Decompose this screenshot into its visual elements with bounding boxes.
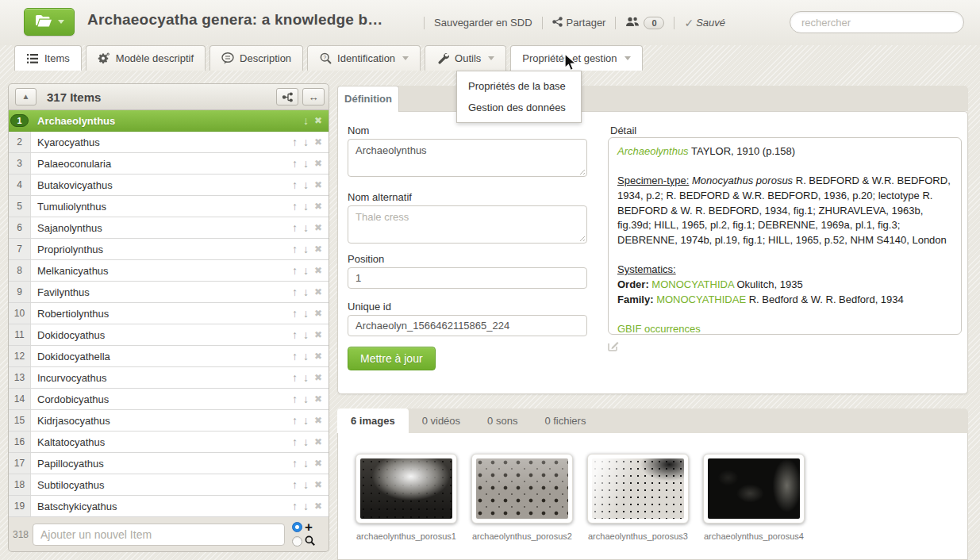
move-up-icon[interactable]: ↑ xyxy=(292,243,298,255)
tab-items[interactable]: Items xyxy=(14,45,82,71)
item-row[interactable]: 44 Butakovicyathus ↑ ↓ ✖ xyxy=(9,175,329,196)
menu-item-gestion-donnees[interactable]: Gestion des données xyxy=(457,97,581,118)
move-up-icon[interactable]: ↑ xyxy=(292,307,298,320)
item-row[interactable]: 1010 Robertiolynthus ↑ ↓ ✖ xyxy=(9,303,329,324)
tab-fichiers[interactable]: 0 fichiers xyxy=(531,408,599,433)
tab-identification[interactable]: ? Identification xyxy=(307,45,421,71)
move-up-icon[interactable]: ↑ xyxy=(292,200,298,213)
delete-item-icon[interactable]: ✖ xyxy=(314,372,322,383)
gbif-occurrences-link[interactable]: GBIF occurrences xyxy=(617,323,701,335)
item-row[interactable]: 11 Archaeolynthus ↑ ↓ ✖ xyxy=(9,110,329,132)
move-down-icon[interactable]: ↓ xyxy=(303,414,309,427)
move-down-icon[interactable]: ↓ xyxy=(303,328,309,341)
move-up-icon[interactable]: ↑ xyxy=(292,157,298,170)
move-down-icon[interactable]: ↓ xyxy=(303,371,309,384)
move-up-icon[interactable]: ↑ xyxy=(292,435,298,448)
delete-item-icon[interactable]: ✖ xyxy=(314,458,322,469)
delete-item-icon[interactable]: ✖ xyxy=(314,179,322,190)
move-down-icon[interactable]: ↓ xyxy=(303,393,309,405)
move-down-icon[interactable]: ↓ xyxy=(303,157,309,170)
tab-description[interactable]: Description xyxy=(209,45,303,71)
taxon-name-link[interactable]: Archaeolynthus xyxy=(617,145,689,157)
add-item-input[interactable] xyxy=(33,524,285,546)
move-down-icon[interactable]: ↓ xyxy=(303,136,309,148)
update-button[interactable]: Mettre à jour xyxy=(348,347,436,370)
folder-menu-button[interactable] xyxy=(24,8,75,36)
delete-item-icon[interactable]: ✖ xyxy=(314,501,322,512)
move-up-icon[interactable]: ↑ xyxy=(292,478,298,491)
radio-unselected[interactable] xyxy=(292,536,302,547)
save-sdd-link[interactable]: Sauvegarder en SDD xyxy=(434,17,532,29)
delete-item-icon[interactable]: ✖ xyxy=(314,136,322,148)
search-input[interactable] xyxy=(790,11,964,33)
tab-modele-descriptif[interactable]: Modèle descriptif xyxy=(86,45,206,71)
move-down-icon[interactable]: ↓ xyxy=(303,221,309,234)
move-up-icon[interactable]: ↑ xyxy=(292,393,298,405)
image-thumbnail[interactable]: archaeolynthus_porosus3 xyxy=(587,454,689,559)
item-row[interactable]: 88 Melkanicyathus ↑ ↓ ✖ xyxy=(9,260,329,282)
tab-proprietes-gestion[interactable]: Propriétés et gestion xyxy=(510,45,642,71)
move-up-icon[interactable]: ↑ xyxy=(292,221,298,234)
delete-item-icon[interactable]: ✖ xyxy=(314,308,322,319)
add-mode-search[interactable] xyxy=(292,535,315,548)
delete-item-icon[interactable]: ✖ xyxy=(314,244,322,255)
item-row[interactable]: 77 Propriolynthus ↑ ↓ ✖ xyxy=(9,239,329,260)
move-down-icon[interactable]: ↓ xyxy=(303,435,309,448)
item-row[interactable]: 1616 Kaltatocyathus ↑ ↓ ✖ xyxy=(9,432,329,453)
move-down-icon[interactable]: ↓ xyxy=(303,178,309,191)
delete-item-icon[interactable]: ✖ xyxy=(314,393,322,405)
expand-width-button[interactable]: ↔ xyxy=(302,88,325,105)
tab-images[interactable]: 6 images xyxy=(337,408,409,433)
image-thumbnail[interactable]: archaeolynthus_porosus2 xyxy=(471,454,573,559)
move-down-icon[interactable]: ↓ xyxy=(303,500,309,512)
move-down-icon[interactable]: ↓ xyxy=(303,286,309,298)
share-link[interactable]: Partager xyxy=(552,17,606,29)
move-up-icon[interactable]: ↑ xyxy=(292,500,298,512)
order-link[interactable]: MONOCYATHIDA xyxy=(651,278,734,290)
delete-item-icon[interactable]: ✖ xyxy=(314,201,322,212)
delete-item-icon[interactable]: ✖ xyxy=(314,115,322,126)
move-up-icon[interactable]: ↑ xyxy=(292,457,298,470)
nom-field[interactable]: Archaeolynthus xyxy=(348,139,587,177)
item-row[interactable]: 1313 Incurvocyathus ↑ ↓ ✖ xyxy=(9,367,329,389)
delete-item-icon[interactable]: ✖ xyxy=(314,329,322,340)
item-row[interactable]: 22 Kyarocyathus ↑ ↓ ✖ xyxy=(9,132,329,153)
move-down-icon[interactable]: ↓ xyxy=(303,457,309,470)
tree-view-button[interactable] xyxy=(276,88,298,105)
move-up-icon[interactable]: ↑ xyxy=(292,328,298,341)
tab-sons[interactable]: 0 sons xyxy=(474,408,531,433)
item-row[interactable]: 1111 Dokidocyathus ↑ ↓ ✖ xyxy=(9,324,329,346)
image-thumbnail[interactable]: archaeolynthus_porosus1 xyxy=(355,454,457,559)
item-row[interactable]: 66 Sajanolynthus ↑ ↓ ✖ xyxy=(9,217,329,239)
move-up-icon[interactable]: ↑ xyxy=(292,136,298,148)
move-up-icon[interactable]: ↑ xyxy=(292,371,298,384)
item-row[interactable]: 1515 Kidrjasocyathus ↑ ↓ ✖ xyxy=(9,410,329,432)
radio-selected[interactable] xyxy=(292,522,302,532)
move-down-icon[interactable]: ↓ xyxy=(303,243,309,255)
item-row[interactable]: 1717 Papillocyathus ↑ ↓ ✖ xyxy=(9,453,329,474)
tab-videos[interactable]: 0 vidéos xyxy=(409,408,474,433)
position-field[interactable] xyxy=(348,267,587,289)
delete-item-icon[interactable]: ✖ xyxy=(314,351,322,362)
collapse-panel-button[interactable]: ▲ xyxy=(15,88,37,105)
add-mode-create[interactable]: + xyxy=(292,520,315,534)
menu-item-proprietes-base[interactable]: Propriétés de la base xyxy=(457,75,581,97)
move-down-icon[interactable]: ↓ xyxy=(303,114,309,127)
tab-definition[interactable]: Définition xyxy=(337,86,399,112)
edit-detail-icon[interactable] xyxy=(608,340,619,355)
move-down-icon[interactable]: ↓ xyxy=(303,200,309,213)
family-link[interactable]: MONOCYATHIDAE xyxy=(656,293,746,305)
move-down-icon[interactable]: ↓ xyxy=(303,350,309,362)
move-down-icon[interactable]: ↓ xyxy=(303,478,309,491)
nom-alternatif-field[interactable] xyxy=(348,205,587,244)
item-row[interactable]: 1212 Dokidocyathella ↑ ↓ ✖ xyxy=(9,346,329,367)
delete-item-icon[interactable]: ✖ xyxy=(314,415,322,426)
item-row[interactable]: 55 Tumuliolynthus ↑ ↓ ✖ xyxy=(9,196,329,217)
unique-id-field[interactable] xyxy=(348,315,587,336)
delete-item-icon[interactable]: ✖ xyxy=(314,158,322,169)
item-row[interactable]: 33 Palaeoconularia ↑ ↓ ✖ xyxy=(9,153,329,175)
users-indicator[interactable]: 0 xyxy=(625,17,664,29)
move-up-icon[interactable]: ↑ xyxy=(292,264,298,277)
item-row[interactable]: 1414 Cordobicyathus ↑ ↓ ✖ xyxy=(9,389,329,410)
delete-item-icon[interactable]: ✖ xyxy=(314,286,322,297)
